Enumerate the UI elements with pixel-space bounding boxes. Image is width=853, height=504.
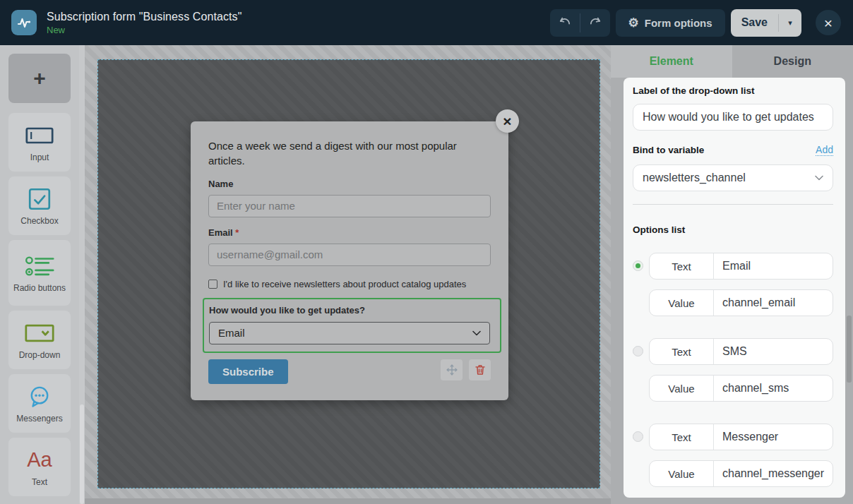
text-key-label: Text [650, 253, 714, 279]
move-icon [446, 364, 458, 376]
form-options-button[interactable]: ⚙ Form options [616, 9, 725, 37]
widget-palette: + Input Checkbox [0, 45, 79, 504]
plus-icon: + [33, 68, 46, 89]
close-icon: × [503, 113, 511, 130]
page-title: Subscription form "Business Contacts" [47, 11, 242, 23]
option-group-messenger: Text Messenger Value channel_messenger [633, 424, 833, 487]
chevron-down-icon [815, 175, 823, 181]
text-key-label: Text [650, 339, 714, 364]
save-split-button: Save ▾ [731, 9, 801, 37]
option-group-email: Text Email Value channel_email [633, 253, 833, 316]
email-field-label[interactable]: Email * [208, 227, 491, 238]
tab-design[interactable]: Design [732, 45, 853, 78]
delete-element-button[interactable] [469, 359, 491, 380]
tab-element[interactable]: Element [611, 45, 732, 78]
checkbox-unchecked[interactable] [208, 280, 217, 289]
palette-item-messengers[interactable]: Messengers [8, 374, 71, 433]
trash-icon [474, 364, 487, 376]
email-input[interactable] [208, 244, 491, 266]
palette-item-label: Radio buttons [13, 283, 66, 294]
subscribe-label: Subscribe [222, 366, 274, 378]
option-text-input[interactable]: Email [714, 253, 833, 279]
element-tools [441, 359, 491, 380]
inspector-panel: Element Design Label of the drop-down li… [611, 45, 853, 504]
status-badge: New [47, 25, 242, 35]
dropdown-label-field-label: Label of the drop-down list [633, 85, 833, 96]
required-asterisk: * [235, 227, 239, 238]
add-element-button[interactable]: + [8, 54, 71, 103]
gear-icon: ⚙ [628, 17, 639, 29]
palette-item-label: Checkbox [20, 216, 58, 227]
palette-item-drop-down[interactable]: Drop-down [8, 311, 71, 369]
radio-column [633, 424, 643, 487]
email-label-text: Email [208, 227, 233, 238]
checkbox-icon [28, 186, 51, 212]
chevron-down-icon [472, 330, 481, 336]
text-key-label: Text [650, 424, 714, 450]
palette-item-label: Text [32, 477, 47, 488]
element-settings-card: Label of the drop-down list Bind to vari… [624, 78, 845, 498]
input-icon [25, 122, 54, 149]
palette-item-label: Drop-down [19, 350, 61, 361]
name-input[interactable] [208, 195, 491, 217]
palette-scrollbar-thumb[interactable] [80, 404, 84, 504]
options-list-label: Options list [633, 224, 833, 235]
option-value-input[interactable]: channel_email [714, 290, 833, 316]
palette-item-radio-buttons[interactable]: Radio buttons [8, 240, 71, 306]
subscribe-button[interactable]: Subscribe [208, 359, 288, 384]
preview-footer: Subscribe [208, 359, 491, 384]
app-logo[interactable] [11, 10, 37, 35]
save-label: Save [741, 16, 768, 29]
option-value-input[interactable]: channel_messenger [714, 461, 833, 486]
palette-item-label: Messengers [16, 414, 62, 424]
editor-canvas: × Once a week we send a digest with our … [85, 45, 611, 504]
radio-buttons-icon [25, 253, 54, 280]
option-text-input[interactable]: SMS [714, 339, 833, 364]
undo-button[interactable] [550, 9, 580, 37]
option-value-row: Value channel_email [649, 289, 833, 316]
value-key-label: Value [650, 461, 714, 486]
redo-button[interactable] [580, 9, 610, 37]
palette-item-label: Input [30, 152, 49, 163]
dropdown-label-input[interactable] [633, 104, 833, 131]
value-key-label: Value [650, 376, 714, 401]
updates-channel-select[interactable]: Email [209, 322, 490, 344]
dropdown-element-label: How would you like to get updates? [209, 305, 490, 316]
option-text-input[interactable]: Messenger [714, 424, 833, 450]
form-intro-text[interactable]: Once a week we send a digest with our mo… [208, 138, 484, 169]
palette-item-input[interactable]: Input [8, 113, 71, 172]
option-value-row: Value channel_messenger [649, 460, 833, 487]
select-value: Email [218, 327, 245, 339]
save-button[interactable]: Save [731, 9, 778, 37]
main-area: + Input Checkbox [0, 45, 853, 504]
popup-close-button[interactable]: × [496, 109, 519, 133]
inspector-scrollbar-thumb[interactable] [847, 316, 852, 383]
text-icon: Aa [27, 447, 52, 474]
topbar: Subscription form "Business Contacts" Ne… [0, 0, 853, 45]
newsletter-checkbox-row[interactable]: I'd like to receive newsletters about pr… [208, 279, 491, 289]
move-element-button[interactable] [441, 359, 463, 380]
default-option-radio-selected[interactable] [633, 260, 643, 271]
history-controls [550, 9, 610, 37]
add-variable-link[interactable]: Add [816, 144, 833, 156]
default-option-radio[interactable] [633, 346, 643, 356]
variable-select[interactable]: newsletters_channel [633, 164, 833, 191]
form-preview-popup: × Once a week we send a digest with our … [191, 121, 508, 400]
form-builder-app: Subscription form "Business Contacts" Ne… [0, 0, 853, 504]
topbar-actions: ⚙ Form options Save ▾ × [550, 9, 841, 37]
selected-dropdown-element[interactable]: How would you like to get updates? Email [203, 298, 501, 353]
caret-down-icon: ▾ [788, 18, 792, 28]
default-option-radio[interactable] [633, 431, 643, 442]
bind-variable-row: Bind to variable Add [633, 144, 833, 156]
canvas-scroll-track [85, 498, 611, 504]
close-editor-button[interactable]: × [816, 10, 841, 35]
text-icon-glyph: Aa [27, 450, 52, 470]
palette-item-text[interactable]: Aa Text [8, 438, 71, 496]
save-menu-button[interactable]: ▾ [779, 9, 801, 37]
name-field-label[interactable]: Name [208, 179, 491, 189]
palette-item-checkbox[interactable]: Checkbox [8, 176, 71, 235]
option-text-row: Text Email [649, 253, 833, 280]
redo-icon [588, 16, 602, 30]
option-value-input[interactable]: channel_sms [714, 376, 833, 401]
title-block: Subscription form "Business Contacts" Ne… [47, 11, 242, 35]
